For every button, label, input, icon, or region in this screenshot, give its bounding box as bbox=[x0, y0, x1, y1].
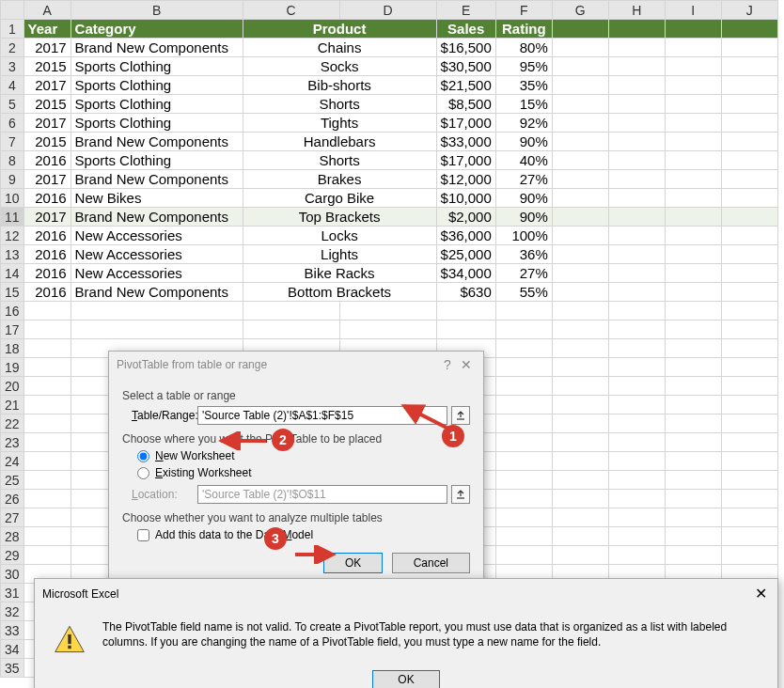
row-header[interactable]: 14 bbox=[1, 264, 24, 283]
row-header[interactable]: 12 bbox=[1, 227, 24, 245]
col-header-H[interactable]: H bbox=[608, 1, 665, 20]
cell[interactable]: $30,500 bbox=[436, 57, 495, 76]
cell[interactable] bbox=[721, 433, 777, 452]
cell[interactable] bbox=[608, 508, 665, 527]
row-header[interactable]: 32 bbox=[1, 602, 24, 621]
cell[interactable] bbox=[495, 302, 552, 321]
row-header[interactable]: 24 bbox=[1, 452, 24, 471]
cell[interactable]: 27% bbox=[495, 264, 552, 283]
cell[interactable]: Sports Clothing bbox=[71, 151, 243, 170]
cell[interactable] bbox=[665, 433, 721, 452]
cell[interactable] bbox=[436, 321, 495, 339]
col-header-E[interactable]: E bbox=[436, 1, 495, 20]
cell[interactable] bbox=[552, 471, 608, 490]
cell[interactable]: 2015 bbox=[24, 133, 71, 151]
cell[interactable] bbox=[495, 321, 552, 339]
cell[interactable] bbox=[608, 546, 665, 565]
error-ok-button[interactable]: OK bbox=[372, 670, 439, 688]
cell[interactable] bbox=[24, 377, 71, 396]
row-header[interactable]: 26 bbox=[1, 490, 24, 508]
cell[interactable] bbox=[721, 508, 777, 527]
cell[interactable] bbox=[665, 471, 721, 490]
row-header[interactable]: 15 bbox=[1, 283, 24, 302]
error-close-icon[interactable]: ✕ bbox=[751, 585, 770, 602]
row-header[interactable]: 16 bbox=[1, 302, 24, 321]
cell[interactable] bbox=[552, 302, 608, 321]
cell[interactable] bbox=[495, 490, 552, 508]
cell[interactable] bbox=[552, 396, 608, 414]
row-header[interactable]: 20 bbox=[1, 377, 24, 396]
cell[interactable]: 2016 bbox=[24, 151, 71, 170]
cell[interactable]: $17,000 bbox=[436, 151, 495, 170]
cell[interactable] bbox=[721, 471, 777, 490]
cell[interactable] bbox=[608, 433, 665, 452]
header-rating[interactable]: Rating bbox=[495, 20, 552, 39]
cell[interactable] bbox=[24, 339, 71, 358]
row-header[interactable]: 21 bbox=[1, 396, 24, 414]
cell[interactable]: New Accessories bbox=[71, 264, 243, 283]
cell[interactable]: Bottom Brackets bbox=[243, 283, 436, 302]
cell[interactable]: $25,000 bbox=[436, 245, 495, 264]
cell[interactable] bbox=[339, 321, 436, 339]
cell[interactable] bbox=[608, 471, 665, 490]
existing-worksheet-radio-input[interactable] bbox=[137, 467, 149, 479]
row-header[interactable]: 1 bbox=[1, 20, 24, 39]
cell[interactable]: 95% bbox=[495, 57, 552, 76]
cell[interactable] bbox=[665, 508, 721, 527]
cell[interactable]: Brakes bbox=[243, 170, 436, 189]
cell[interactable] bbox=[608, 527, 665, 546]
row-header[interactable]: 3 bbox=[1, 57, 24, 76]
cell[interactable] bbox=[24, 546, 71, 565]
row-header[interactable]: 7 bbox=[1, 133, 24, 151]
cell[interactable] bbox=[495, 452, 552, 471]
row-header[interactable]: 34 bbox=[1, 640, 24, 659]
header-category[interactable]: Category bbox=[71, 20, 243, 39]
row-header[interactable]: 30 bbox=[1, 565, 24, 584]
cell[interactable] bbox=[665, 302, 721, 321]
cell[interactable]: Socks bbox=[243, 57, 436, 76]
cell[interactable] bbox=[721, 490, 777, 508]
cell[interactable] bbox=[552, 414, 608, 433]
cell[interactable]: $2,000 bbox=[436, 208, 495, 227]
collapse-range-icon[interactable] bbox=[451, 406, 470, 425]
cell[interactable]: $33,000 bbox=[436, 133, 495, 151]
cell[interactable] bbox=[495, 414, 552, 433]
cell[interactable]: Brand New Components bbox=[71, 170, 243, 189]
cell[interactable] bbox=[721, 452, 777, 471]
cell[interactable]: 2017 bbox=[24, 170, 71, 189]
cell[interactable] bbox=[71, 321, 243, 339]
row-header[interactable]: 2 bbox=[1, 39, 24, 57]
cell[interactable] bbox=[665, 414, 721, 433]
cell[interactable] bbox=[721, 302, 777, 321]
cancel-button[interactable]: Cancel bbox=[392, 553, 470, 573]
new-worksheet-radio-input[interactable] bbox=[137, 450, 149, 462]
cell[interactable] bbox=[495, 396, 552, 414]
cell[interactable] bbox=[552, 321, 608, 339]
row-header[interactable]: 35 bbox=[1, 659, 24, 678]
row-header[interactable]: 19 bbox=[1, 358, 24, 377]
cell[interactable] bbox=[436, 302, 495, 321]
col-header-G[interactable]: G bbox=[552, 1, 608, 20]
cell[interactable]: Sports Clothing bbox=[71, 57, 243, 76]
cell[interactable] bbox=[721, 396, 777, 414]
cell[interactable] bbox=[24, 433, 71, 452]
cell[interactable] bbox=[721, 377, 777, 396]
cell[interactable] bbox=[665, 321, 721, 339]
cell[interactable]: Lights bbox=[243, 245, 436, 264]
cell[interactable] bbox=[721, 546, 777, 565]
cell[interactable]: Shorts bbox=[243, 151, 436, 170]
col-header-A[interactable]: A bbox=[24, 1, 71, 20]
cell[interactable]: Tights bbox=[243, 114, 436, 133]
cell[interactable]: $36,000 bbox=[436, 227, 495, 245]
cell[interactable]: Brand New Components bbox=[71, 133, 243, 151]
cell[interactable] bbox=[495, 527, 552, 546]
cell[interactable] bbox=[24, 490, 71, 508]
cell[interactable]: Shorts bbox=[243, 95, 436, 114]
row-header[interactable]: 22 bbox=[1, 414, 24, 433]
cell[interactable] bbox=[495, 433, 552, 452]
table-range-input[interactable] bbox=[197, 406, 447, 425]
cell[interactable]: Locks bbox=[243, 227, 436, 245]
cell[interactable] bbox=[24, 452, 71, 471]
cell[interactable]: Sports Clothing bbox=[71, 95, 243, 114]
cell[interactable]: 92% bbox=[495, 114, 552, 133]
